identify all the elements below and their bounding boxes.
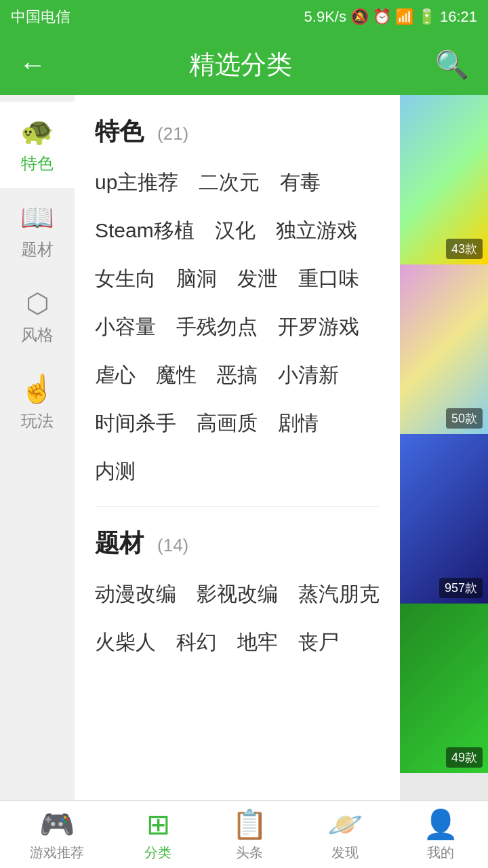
- theme-icon: 📖: [20, 201, 54, 233]
- style-icon: ⬡: [26, 288, 49, 319]
- tag-funny[interactable]: 恶搞: [217, 361, 258, 389]
- thumbnail-badge-3: 957款: [439, 578, 483, 598]
- tag-hd[interactable]: 高画质: [197, 410, 258, 437]
- recommend-icon: 🎮: [39, 808, 75, 841]
- nav-news[interactable]: 📋 头条: [232, 808, 267, 862]
- nav-label-category: 分类: [144, 844, 171, 862]
- tag-dungeon[interactable]: 地牢: [237, 629, 278, 656]
- tags-row-2: Steam移植 汉化 独立游戏: [95, 217, 380, 245]
- tags-row-4: 小容量 手残勿点 开罗游戏: [95, 313, 380, 341]
- tag-clumsy[interactable]: 手残勿点: [176, 313, 258, 341]
- sidebar-label-special: 特色: [21, 153, 54, 174]
- tags-row-theme-2: 火柴人 科幻 地牢 丧尸: [95, 629, 380, 656]
- tag-timekiller[interactable]: 时间杀手: [95, 410, 176, 437]
- section-title-special: 特色 (21): [95, 115, 380, 149]
- sidebar-label-style: 风格: [21, 324, 54, 346]
- tags-row-1: up主推荐 二次元 有毒: [95, 169, 380, 197]
- tag-beta[interactable]: 内测: [95, 458, 136, 486]
- tags-row-theme-1: 动漫改编 影视改编 蒸汽朋克: [95, 580, 380, 608]
- status-bar: 中国电信 5.9K/s 🔕 ⏰ 📶 🔋 16:21: [0, 0, 488, 34]
- wifi-icon: 📶: [395, 8, 413, 26]
- tag-indie[interactable]: 独立游戏: [276, 217, 357, 245]
- tag-vent[interactable]: 发泄: [237, 265, 278, 293]
- thumbnail-badge-4: 49款: [446, 747, 483, 768]
- time-text: 16:21: [440, 8, 477, 26]
- nav-recommend[interactable]: 🎮 游戏推荐: [30, 808, 84, 862]
- mine-icon: 👤: [423, 808, 458, 841]
- nav-label-recommend: 游戏推荐: [30, 844, 84, 862]
- back-button[interactable]: ←: [19, 50, 46, 80]
- tag-anime-adapted[interactable]: 动漫改编: [95, 580, 176, 608]
- tag-cairo[interactable]: 开罗游戏: [278, 313, 359, 341]
- sidebar-label-theme: 题材: [21, 239, 54, 260]
- nav-category[interactable]: ⊞ 分类: [144, 808, 171, 862]
- nav-label-news: 头条: [236, 844, 263, 862]
- nav-discover[interactable]: 🪐 发现: [327, 808, 363, 862]
- sidebar-item-theme[interactable]: 📖 题材: [0, 188, 75, 274]
- category-icon: ⊞: [146, 808, 170, 841]
- thumbnail-4[interactable]: 49款: [400, 604, 488, 773]
- section-count-special: (21): [157, 123, 188, 144]
- tag-fresh[interactable]: 小清新: [278, 361, 339, 389]
- alarm-icon: ⏰: [373, 8, 391, 26]
- news-icon: 📋: [232, 808, 267, 841]
- tags-row-5: 虐心 魔性 恶搞 小清新: [95, 361, 380, 389]
- sidebar: 🐢 特色 📖 题材 ⬡ 风格 ☝️ 玩法: [0, 95, 75, 800]
- speed-text: 5.9K/s: [304, 8, 346, 26]
- tag-chinese[interactable]: 汉化: [215, 217, 256, 245]
- page-title: 精选分类: [189, 47, 292, 82]
- carrier-text: 中国电信: [11, 7, 70, 27]
- nav-mine[interactable]: 👤 我的: [423, 808, 458, 862]
- tags-row-7: 内测: [95, 458, 380, 486]
- tags-row-3: 女生向 脑洞 发泄 重口味: [95, 265, 380, 293]
- tag-sad[interactable]: 虐心: [95, 361, 136, 389]
- main-content: 🐢 特色 📖 题材 ⬡ 风格 ☝️ 玩法 特色 (21) up主推荐 二次元 有…: [0, 95, 488, 800]
- bottom-nav: 🎮 游戏推荐 ⊞ 分类 📋 头条 🪐 发现 👤 我的: [0, 800, 488, 868]
- gameplay-icon: ☝️: [20, 373, 54, 405]
- right-thumbnails: 43款 50款 957款 49款: [400, 95, 488, 800]
- tag-zombie[interactable]: 丧尸: [298, 629, 339, 656]
- thumbnail-2[interactable]: 50款: [400, 264, 488, 434]
- special-icon: 🐢: [20, 115, 54, 147]
- tag-scifi[interactable]: 科幻: [176, 629, 217, 656]
- tag-magic[interactable]: 魔性: [156, 361, 197, 389]
- content-area: 特色 (21) up主推荐 二次元 有毒 Steam移植 汉化 独立游戏 女生向…: [75, 95, 400, 800]
- search-button[interactable]: 🔍: [435, 49, 469, 81]
- battery-icon: 🔋: [418, 8, 436, 26]
- tag-steampunk[interactable]: 蒸汽朋克: [298, 580, 380, 608]
- thumbnail-1[interactable]: 43款: [400, 95, 488, 264]
- thumbnail-badge-1: 43款: [446, 239, 483, 259]
- tag-up[interactable]: up主推荐: [95, 169, 178, 197]
- nav-label-discover: 发现: [331, 844, 359, 862]
- sidebar-item-style[interactable]: ⬡ 风格: [0, 274, 75, 359]
- tag-story[interactable]: 剧情: [278, 410, 319, 437]
- nav-label-mine: 我的: [427, 844, 454, 862]
- tag-girl[interactable]: 女生向: [95, 265, 156, 293]
- tag-heavy[interactable]: 重口味: [298, 265, 359, 293]
- discover-icon: 🪐: [327, 808, 363, 841]
- section-count-theme: (14): [157, 535, 188, 555]
- tag-steam[interactable]: Steam移植: [95, 217, 195, 245]
- tag-toxic[interactable]: 有毒: [280, 169, 321, 197]
- tag-stickman[interactable]: 火柴人: [95, 629, 156, 656]
- thumbnail-3[interactable]: 957款: [400, 434, 488, 604]
- section-title-theme: 题材 (14): [95, 527, 380, 560]
- mute-icon: 🔕: [350, 8, 369, 26]
- sidebar-item-special[interactable]: 🐢 特色: [0, 102, 75, 188]
- tag-brain[interactable]: 脑洞: [176, 265, 217, 293]
- tag-anime[interactable]: 二次元: [199, 169, 260, 197]
- tags-row-6: 时间杀手 高画质 剧情: [95, 410, 380, 437]
- sidebar-item-gameplay[interactable]: ☝️ 玩法: [0, 359, 75, 446]
- tag-film-adapted[interactable]: 影视改编: [197, 580, 278, 608]
- header: ← 精选分类 🔍: [0, 34, 488, 95]
- sidebar-label-gameplay: 玩法: [21, 410, 54, 432]
- tag-small[interactable]: 小容量: [95, 313, 156, 341]
- thumbnail-badge-2: 50款: [446, 408, 483, 429]
- section-divider: [95, 506, 380, 507]
- status-right: 5.9K/s 🔕 ⏰ 📶 🔋 16:21: [304, 8, 477, 26]
